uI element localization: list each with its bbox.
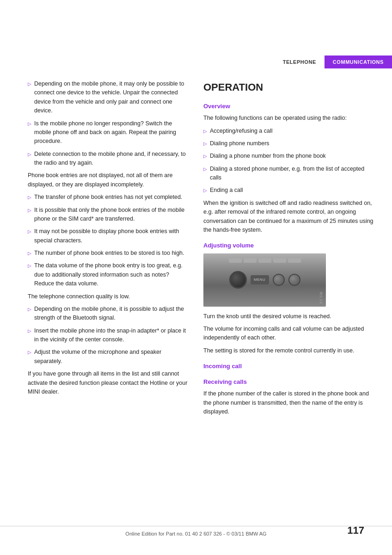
list-item: ▷ The number of phone book entries to be… <box>28 249 190 258</box>
bullet-text: It may not be possible to display phone … <box>34 227 190 245</box>
bullet-text: Dialing phone numbers <box>210 139 374 148</box>
page-number: 117 <box>347 524 364 536</box>
list-item: ▷ Insert the mobile phone into the snap-… <box>28 327 190 345</box>
list-item: ▷ It may not be possible to display phon… <box>28 227 190 245</box>
bullet-icon: ▷ <box>28 327 31 335</box>
bullet-text: The transfer of phone book entries has n… <box>34 193 190 202</box>
device-small-knob-left <box>273 274 285 286</box>
left-column: ▷ Depending on the mobile phone, it may … <box>28 80 203 420</box>
bullet-text: It is possible that only the phone book … <box>34 206 190 224</box>
list-item: ▷ The data volume of the phone book entr… <box>28 261 190 288</box>
device-image-inner: MENU RCL 5.8 <box>203 253 326 307</box>
bullet-text: Dialing a stored phone number, e.g. from… <box>210 165 374 183</box>
list-item: ▷ Dialing phone numbers <box>203 139 374 148</box>
bullet-icon: ▷ <box>28 194 31 201</box>
bullet-icon: ▷ <box>203 153 207 160</box>
list-item: ▷ It is possible that only the phone boo… <box>28 206 190 224</box>
device-top-btn <box>273 258 286 263</box>
tab-communications[interactable]: COMMUNICATIONS <box>325 56 392 68</box>
list-item: ▷ Depending on the mobile phone, it may … <box>28 80 190 116</box>
bullet-icon: ▷ <box>28 306 31 313</box>
list-item: ▷ Delete connection to the mobile phone … <box>28 150 190 168</box>
footer: Online Edition for Part no. 01 40 2 607 … <box>0 526 392 536</box>
list-item: ▷ Dialing a stored phone number, e.g. fr… <box>203 165 374 183</box>
device-image: MENU RCL 5.8 <box>203 253 326 307</box>
subsection-adjusting: Adjusting volume <box>203 241 374 250</box>
paragraph: Phone book entries are not displayed, no… <box>28 171 190 189</box>
bullet-text: Depending on the mobile phone, it may on… <box>34 80 190 116</box>
device-main-knob <box>229 271 247 289</box>
paragraph: If you have gone through all items in th… <box>28 370 190 396</box>
bullet-text: The data volume of the phone book entry … <box>34 261 190 288</box>
adjusting-para2: The volume for incoming calls and call v… <box>203 325 374 343</box>
right-column: OPERATION Overview The following functio… <box>203 80 374 420</box>
list-item: ▷ Depending on the mobile phone, it is p… <box>28 305 190 323</box>
bullet-text: Dialing a phone number from the phone bo… <box>210 152 374 160</box>
subsection-overview: Overview <box>203 102 374 111</box>
bullet-icon: ▷ <box>203 128 207 135</box>
device-menu-button: MENU <box>251 275 269 284</box>
bullet-text: Adjust the volume of the microphone and … <box>34 348 190 366</box>
footer-text: Online Edition for Part no. 01 40 2 607 … <box>125 531 266 536</box>
overview-intro: The following functions can be operated … <box>203 114 374 123</box>
bullet-icon: ▷ <box>203 140 207 148</box>
receiving-para: If the phone number of the caller is sto… <box>203 389 374 416</box>
list-item: ▷ The transfer of phone book entries has… <box>28 193 190 202</box>
bullet-text: Depending on the mobile phone, it is pos… <box>34 305 190 323</box>
subsection-receiving: Receiving calls <box>203 377 374 387</box>
overview-para2: When the ignition is switched off and ra… <box>203 199 374 235</box>
bullet-text: Ending a call <box>210 186 374 195</box>
adjusting-para3: The setting is stored for the remote con… <box>203 346 374 355</box>
bullet-icon: ▷ <box>28 250 31 257</box>
device-top-btn <box>258 258 271 263</box>
device-small-knob-right <box>288 274 300 286</box>
bullet-icon: ▷ <box>28 80 31 88</box>
bullet-text: Is the mobile phone no longer responding… <box>34 119 190 146</box>
bullet-icon: ▷ <box>28 349 31 356</box>
list-item: ▷ Dialing a phone number from the phone … <box>203 152 374 160</box>
paragraph: The telephone connection quality is low. <box>28 292 190 301</box>
device-top-btn <box>288 258 301 263</box>
device-side-label: RCL 5.8 <box>318 292 323 303</box>
list-item: ▷ Is the mobile phone no longer respondi… <box>28 119 190 146</box>
device-top-btn <box>244 258 257 263</box>
bullet-icon: ▷ <box>28 207 31 214</box>
bullet-icon: ▷ <box>203 166 207 173</box>
list-item: ▷ Accepting/refusing a call <box>203 127 374 136</box>
header-nav: TELEPHONE COMMUNICATIONS <box>0 0 392 68</box>
adjusting-para1: Turn the knob until the desired volume i… <box>203 312 374 321</box>
subsection-incoming: Incoming call <box>203 362 374 371</box>
tab-telephone[interactable]: TELEPHONE <box>275 56 325 68</box>
bullet-icon: ▷ <box>28 262 31 270</box>
device-controls: MENU <box>229 271 300 289</box>
bullet-text: Insert the mobile phone into the snap-in… <box>34 327 190 345</box>
bullet-text: Accepting/refusing a call <box>210 127 374 136</box>
bullet-icon: ▷ <box>28 120 31 128</box>
bullet-icon: ▷ <box>28 228 31 235</box>
page: TELEPHONE COMMUNICATIONS ▷ Depending on … <box>0 0 392 555</box>
device-top-btn <box>229 258 242 263</box>
bullet-text: Delete connection to the mobile phone an… <box>34 150 190 168</box>
list-item: ▷ Ending a call <box>203 186 374 195</box>
bullet-icon: ▷ <box>28 151 31 158</box>
content-wrapper: ▷ Depending on the mobile phone, it may … <box>0 80 392 438</box>
bullet-text: The number of phone book entries to be s… <box>34 249 190 258</box>
list-item: ▷ Adjust the volume of the microphone an… <box>28 348 190 366</box>
section-title: OPERATION <box>203 80 374 95</box>
bullet-icon: ▷ <box>203 187 207 194</box>
device-top-buttons <box>229 258 301 263</box>
